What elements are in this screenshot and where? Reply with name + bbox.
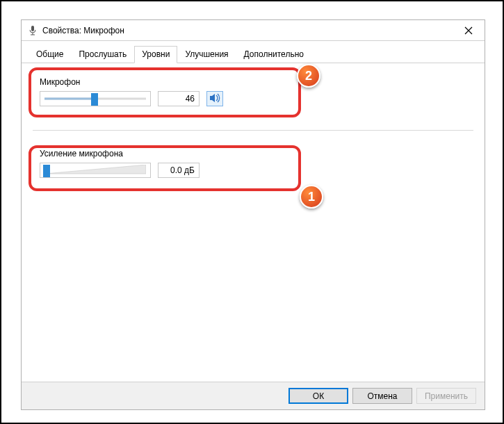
divider xyxy=(33,130,473,131)
microphone-icon xyxy=(27,25,38,36)
speaker-icon xyxy=(209,93,220,105)
boost-label: Усиление микрофона xyxy=(40,149,466,158)
microphone-label: Микрофон xyxy=(40,77,466,87)
boost-value[interactable]: 0.0 дБ xyxy=(158,163,200,178)
window-title: Свойства: Микрофон xyxy=(42,26,453,35)
boost-slider-row: 0.0 дБ xyxy=(40,163,466,178)
apply-button[interactable]: Применить xyxy=(416,388,476,404)
microphone-slider-row: 46 xyxy=(40,91,466,106)
tab-listen[interactable]: Прослушать xyxy=(71,46,134,63)
svg-marker-4 xyxy=(44,165,146,174)
microphone-level-group: Микрофон 46 xyxy=(33,72,473,116)
cancel-button[interactable]: Отмена xyxy=(352,388,412,404)
mute-button[interactable] xyxy=(206,91,223,106)
tab-content-levels: 2 Микрофон 46 1 Усиление микр xyxy=(22,63,485,383)
tab-general[interactable]: Общие xyxy=(29,46,71,63)
tabstrip: Общие Прослушать Уровни Улучшения Дополн… xyxy=(22,41,485,63)
tab-enhancements[interactable]: Улучшения xyxy=(177,46,236,63)
dialog-window: Свойства: Микрофон Общие Прослушать Уров… xyxy=(21,19,485,410)
annotation-callout-1: 1 xyxy=(300,185,323,209)
dialog-footer: ОК Отмена Применить xyxy=(22,382,485,409)
svg-rect-0 xyxy=(31,26,34,31)
boost-slider[interactable] xyxy=(40,163,151,178)
close-button[interactable] xyxy=(453,20,485,41)
ok-button[interactable]: ОК xyxy=(288,388,348,404)
svg-marker-3 xyxy=(210,94,215,102)
microphone-boost-group: Усиление микрофона 0.0 дБ xyxy=(33,143,473,188)
microphone-value[interactable]: 46 xyxy=(158,91,200,106)
microphone-slider[interactable] xyxy=(40,91,151,106)
tab-levels[interactable]: Уровни xyxy=(134,46,177,63)
tab-advanced[interactable]: Дополнительно xyxy=(236,46,311,63)
titlebar: Свойства: Микрофон xyxy=(22,20,485,41)
